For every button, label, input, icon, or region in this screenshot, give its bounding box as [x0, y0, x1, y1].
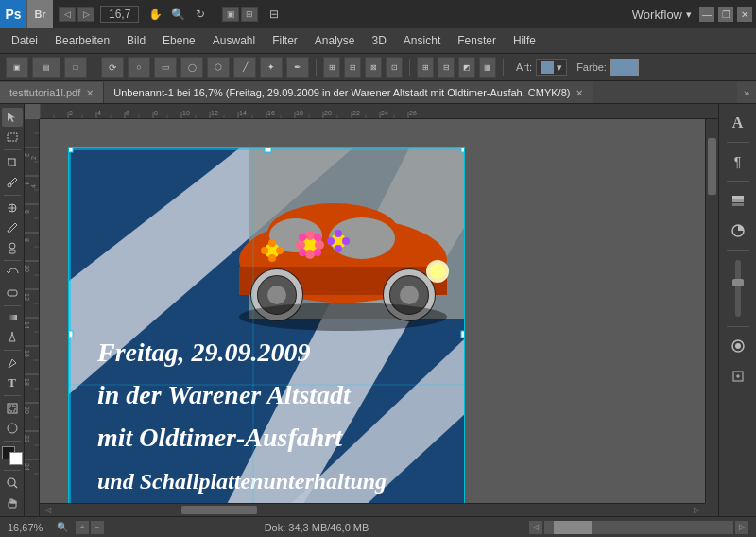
svg-point-1: [8, 183, 11, 187]
rp-mask[interactable]: [725, 333, 751, 359]
opt-shape-btn-1[interactable]: ▣: [6, 57, 28, 78]
tab-pdf[interactable]: testtutoria1l.pdf ✕: [0, 82, 104, 103]
opt-shape-btn-3[interactable]: □: [64, 57, 87, 78]
menu-bild[interactable]: Bild: [119, 32, 153, 49]
opt-align-2[interactable]: ⊟: [344, 57, 361, 78]
rp-transform[interactable]: [725, 363, 751, 390]
menu-bearbeiten[interactable]: Bearbeiten: [47, 32, 117, 49]
opt-align-4[interactable]: ⊡: [386, 57, 403, 78]
menu-ansicht[interactable]: Ansicht: [396, 32, 448, 49]
zoom-out-btn[interactable]: −: [91, 521, 104, 534]
opt-shape-custom[interactable]: ✦: [260, 57, 283, 78]
opt-align-8[interactable]: ▦: [479, 57, 496, 78]
scrollbar-horizontal[interactable]: ◁ ▷: [40, 503, 705, 516]
opt-align-7[interactable]: ◩: [458, 57, 475, 78]
opt-shape-circle[interactable]: ○: [128, 57, 150, 78]
nav-next[interactable]: ▷: [735, 521, 748, 534]
opt-pen-path[interactable]: ✒: [286, 57, 309, 78]
scroll-corner: [705, 503, 718, 516]
svg-point-138: [430, 264, 445, 279]
tab-active-label: Unbenannt-1 bei 16,7% (Freitag, 29.09.20…: [113, 87, 570, 98]
tool-brush[interactable]: [2, 218, 23, 237]
tab-more[interactable]: »: [737, 82, 756, 103]
menu-fenster[interactable]: Fenster: [450, 32, 504, 49]
nav-scrollbar-thumb[interactable]: [554, 521, 592, 534]
tool-history-brush[interactable]: [2, 264, 23, 283]
tool-crop[interactable]: [2, 153, 23, 172]
tab-active[interactable]: Unbenannt-1 bei 16,7% (Freitag, 29.09.20…: [104, 82, 593, 103]
opt-align-5[interactable]: ⊞: [417, 57, 434, 78]
background-color[interactable]: [9, 452, 23, 465]
restore-button[interactable]: ❐: [718, 7, 733, 22]
rotate-tool-title[interactable]: ↻: [190, 4, 211, 25]
tool-selection[interactable]: [2, 108, 23, 127]
color-swatch[interactable]: [610, 59, 639, 76]
nav-prev[interactable]: ◁: [529, 521, 542, 534]
menu-datei[interactable]: Datei: [4, 32, 45, 49]
tool-zoom[interactable]: [2, 474, 23, 493]
opt-shape-line[interactable]: ╱: [233, 57, 256, 78]
tool-hand[interactable]: [2, 494, 23, 512]
rp-layers[interactable]: [725, 187, 751, 214]
fg-bg-color-selector[interactable]: [2, 446, 23, 465]
tool-clone-stamp[interactable]: [2, 238, 23, 257]
tab-pdf-close[interactable]: ✕: [86, 88, 94, 98]
mini-btn-2[interactable]: ▷: [77, 7, 94, 22]
tool-marquee[interactable]: [2, 128, 23, 147]
tool-gradient[interactable]: [2, 308, 23, 327]
rp-paragraph[interactable]: ¶: [725, 148, 751, 175]
zoom-in-btn[interactable]: +: [76, 521, 89, 534]
svg-point-123: [299, 234, 306, 241]
scroll-right-btn[interactable]: ▷: [690, 506, 703, 515]
scroll-left-btn[interactable]: ◁: [42, 506, 55, 515]
svg-text:10: 10: [25, 265, 30, 272]
scrollbar-horizontal-thumb[interactable]: [181, 506, 257, 514]
tool-eraser[interactable]: [2, 284, 23, 303]
opt-shape-btn-2[interactable]: ▤: [32, 57, 60, 78]
scroll-area[interactable]: Freitag, 29.09.2009 in der Warener Altst…: [40, 119, 705, 503]
opt-align-1[interactable]: ⊞: [323, 57, 340, 78]
arrange-btn-1[interactable]: ▣: [222, 7, 239, 22]
zoom-level: 16,67%: [8, 522, 45, 533]
hand-tool-title[interactable]: ✋: [145, 4, 165, 25]
nav-scrollbar[interactable]: [544, 521, 733, 534]
layout-tool[interactable]: ⊟: [264, 4, 284, 25]
zoom-tool-title[interactable]: 🔍: [167, 4, 188, 25]
scrollbar-vertical[interactable]: [705, 119, 718, 503]
rp-slider-thumb-1[interactable]: [732, 279, 744, 286]
mini-btn-1[interactable]: ◁: [59, 7, 76, 22]
menu-3d[interactable]: 3D: [365, 32, 394, 49]
menu-analyse[interactable]: Analyse: [307, 32, 363, 49]
tool-path-selection[interactable]: [2, 399, 23, 418]
tool-type[interactable]: T: [2, 373, 23, 392]
svg-rect-147: [69, 148, 73, 152]
rp-slider-1[interactable]: [735, 260, 741, 317]
arrange-btn-2[interactable]: ⊞: [241, 7, 258, 22]
rp-adjustments[interactable]: [725, 217, 751, 244]
minimize-button[interactable]: —: [699, 7, 714, 22]
svg-point-160: [735, 343, 741, 349]
workflow-dropdown-arrow[interactable]: ▾: [686, 9, 692, 21]
menu-hilfe[interactable]: Hilfe: [506, 32, 543, 49]
tool-shape[interactable]: [2, 419, 23, 438]
menu-ebene[interactable]: Ebene: [155, 32, 203, 49]
scrollbar-vertical-thumb[interactable]: [708, 138, 716, 195]
tab-active-close[interactable]: ✕: [576, 88, 583, 98]
tool-pen[interactable]: [2, 354, 23, 372]
svg-point-121: [296, 240, 305, 250]
menu-auswahl[interactable]: Auswahl: [205, 32, 263, 49]
opt-arrow-btn[interactable]: ⟳: [101, 57, 124, 78]
tool-eyedropper[interactable]: [2, 173, 23, 192]
tool-dodge[interactable]: [2, 328, 23, 347]
tool-healing-brush[interactable]: [2, 199, 23, 217]
svg-text:in der Warener Altstadt: in der Warener Altstadt: [97, 380, 352, 409]
opt-shape-roundrect[interactable]: ▭: [154, 57, 177, 78]
opt-shape-ellipse[interactable]: ◯: [180, 57, 203, 78]
mode-dropdown[interactable]: ▾: [536, 59, 567, 76]
rp-type-tool[interactable]: A: [725, 110, 751, 136]
close-button[interactable]: ✕: [737, 7, 752, 22]
opt-align-3[interactable]: ⊠: [365, 57, 382, 78]
opt-align-6[interactable]: ⊟: [438, 57, 455, 78]
menu-filter[interactable]: Filter: [265, 32, 305, 49]
opt-shape-polygon[interactable]: ⬡: [207, 57, 230, 78]
